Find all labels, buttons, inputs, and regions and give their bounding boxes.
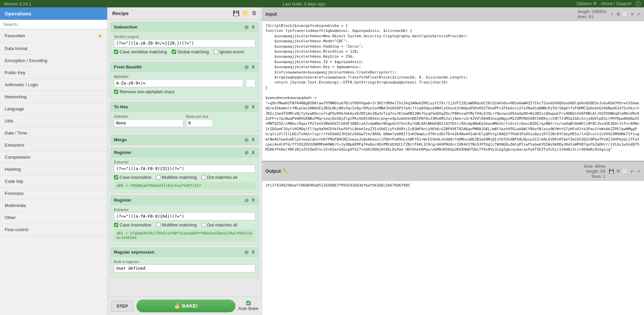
subsection-regex-input[interactable]	[114, 39, 255, 47]
sidebar-item-networking[interactable]: Networking	[0, 91, 107, 103]
search-input[interactable]	[3, 22, 104, 27]
op-from-base64-title: From Base64	[114, 64, 141, 69]
op-register2-pin-icon[interactable]: ◎	[245, 198, 248, 203]
sidebar-item-datetime[interactable]: Date / Time	[0, 127, 107, 139]
op-merge-header: Merge ◎ ⏸	[111, 135, 259, 145]
sidebar-item-arithmetic[interactable]: Arithmetic / Logic	[0, 79, 107, 91]
output-meta: time: 40ms length: 64 lines: 1	[584, 164, 605, 179]
help-icon[interactable]: ?	[635, 1, 641, 6]
input-content[interactable]: [ScriptBlock]$zupcppfvxbxgvwbivbq = { fu…	[262, 21, 644, 161]
about-link[interactable]: About / Support	[601, 1, 631, 6]
op-regex-pause-icon[interactable]: ⏸	[251, 250, 255, 255]
register2-extractor-input[interactable]	[114, 212, 255, 220]
input-expand-icon[interactable]: ⤢	[637, 12, 641, 17]
op-subsection: Subsection ◎ ⏸ Section (regex) Case	[110, 22, 259, 59]
input-copy-icon[interactable]: ⧉	[617, 11, 620, 17]
op-base64-pause-icon[interactable]: ⏸	[251, 64, 255, 69]
search-box[interactable]	[0, 20, 107, 29]
bake-bar: STEP 🎂 BAKE! Auto Bake	[108, 297, 262, 315]
op-subsection-pause-icon[interactable]: ⏸	[251, 24, 255, 30]
sidebar-item-data-format[interactable]: Data format	[0, 43, 107, 55]
op-hex-pause-icon[interactable]: ⏸	[251, 104, 255, 109]
subsection-case-sensitive-checkbox[interactable]	[114, 50, 118, 54]
op-regex-pin-icon[interactable]: ◎	[245, 250, 248, 255]
output-expand-icon[interactable]: ⤢	[637, 169, 641, 174]
sidebar-item-favourites[interactable]: Favourites ★	[0, 29, 107, 43]
op-subsection-title: Subsection	[114, 24, 137, 30]
op-subsection-pin-icon[interactable]: ◎	[245, 24, 248, 30]
output-popout-icon[interactable]: ⬜	[622, 169, 628, 174]
reg1-dot-all-checkbox[interactable]	[202, 175, 206, 179]
sidebar-item-encryption[interactable]: Encryption / Encoding	[0, 55, 107, 67]
bake-button[interactable]: 🎂 BAKE!	[136, 300, 235, 312]
sidebar-item-utils[interactable]: Utils	[0, 115, 107, 127]
subsection-ignore-errors-label[interactable]: Ignore errors	[214, 49, 244, 54]
reg2-dot-all-checkbox[interactable]	[202, 223, 206, 227]
register1-extractor-input[interactable]	[114, 165, 255, 173]
output-edit-icon[interactable]: ✏️	[283, 169, 288, 174]
op-base64-pin-icon[interactable]: ◎	[245, 64, 248, 69]
open-icon[interactable]: 📁	[242, 10, 249, 16]
op-register1-pin-icon[interactable]: ◎	[245, 150, 248, 155]
main-layout: Operations Favourites ★ Data format Encr…	[0, 7, 644, 315]
reg1-multiline-checkbox[interactable]	[156, 175, 161, 179]
save-icon[interactable]: 💾	[233, 10, 240, 16]
step-button[interactable]: STEP	[111, 301, 134, 312]
op-register1-pause-icon[interactable]: ⏸	[251, 150, 255, 155]
input-close-icon[interactable]: ✕	[631, 12, 634, 17]
reg1-dot-all-label[interactable]: Dot matches all	[202, 175, 238, 180]
op-merge-pause-icon[interactable]: ⏸	[251, 137, 255, 142]
output-undo-icon[interactable]: ↩	[631, 169, 634, 174]
sidebar-item-public-key[interactable]: Public Key	[0, 67, 107, 79]
base64-alphabet-input[interactable]	[114, 79, 243, 87]
op-register2-pause-icon[interactable]: ⏸	[251, 198, 255, 203]
sidebar-item-forensics[interactable]: Forensics	[0, 188, 107, 200]
subsection-checkboxes: Case sensitive matching Global matching …	[114, 49, 255, 54]
subsection-case-sensitive-label[interactable]: Case sensitive matching	[114, 49, 167, 54]
reg2-case-insensitive-label[interactable]: Case insensitive	[114, 222, 152, 227]
delete-icon[interactable]: 🗑	[252, 10, 257, 16]
sidebar-item-language[interactable]: Language	[0, 103, 107, 115]
sidebar-item-hashing[interactable]: Hashing	[0, 163, 107, 175]
input-popout-icon[interactable]: ⬜	[622, 12, 628, 17]
input-meta: length: 338953 lines: 61	[578, 9, 607, 19]
input-panel: Input length: 338953 lines: 61 ＋ ⧉ ⬜ ✕	[262, 7, 644, 161]
remove-nonalpha-label[interactable]: Remove non-alphabet chars	[114, 89, 174, 94]
to-hex-delimiter-select[interactable]: None	[114, 119, 183, 127]
sidebar-item-other[interactable]: Other	[0, 212, 107, 224]
output-content[interactable]: 2fc374346290aaf1060840a05125d9867f99d192…	[262, 181, 644, 315]
reg1-case-insensitive-checkbox[interactable]	[114, 175, 118, 179]
sidebar-item-multimedia[interactable]: Multimedia	[0, 200, 107, 212]
reg2-dot-all-label[interactable]: Dot matches all	[202, 222, 238, 227]
input-panel-title: Input	[265, 11, 277, 17]
subsection-global-label[interactable]: Global matching	[172, 49, 209, 54]
op-register2: Register ◎ ⏸ Extractor Case insensit	[110, 195, 259, 245]
reg2-case-insensitive-checkbox[interactable]	[114, 223, 118, 227]
reg2-multiline-label[interactable]: Multiline matching	[156, 222, 197, 227]
output-time-value: 40ms	[595, 164, 605, 169]
reg2-multiline-checkbox[interactable]	[156, 223, 161, 227]
reg1-case-insensitive-label[interactable]: Case insensitive	[114, 175, 152, 180]
op-merge-pin-icon[interactable]: ◎	[245, 137, 248, 142]
options-link[interactable]: Options ⚙	[576, 1, 597, 6]
sidebar-item-flow-control[interactable]: Flow control	[0, 224, 107, 236]
input-length-value: 338953	[592, 9, 606, 14]
op-hex-pin-icon[interactable]: ◎	[245, 104, 248, 109]
register2-result: $R1 = 2fa8de96f0c270a5caf40ffe2eab68ff98…	[114, 229, 255, 242]
sidebar-item-extractors[interactable]: Extractors	[0, 139, 107, 151]
sidebar-item-compression[interactable]: Compression	[0, 151, 107, 163]
subsection-global-checkbox[interactable]	[172, 50, 176, 54]
op-to-hex: To Hex ◎ ⏸ Delimiter None	[110, 102, 259, 132]
sidebar-item-code-tidy[interactable]: Code tidy	[0, 175, 107, 188]
to-hex-bytes-input[interactable]	[186, 119, 213, 127]
base64-alphabet-select[interactable]: ▼	[246, 79, 255, 87]
subsection-ignore-errors-checkbox[interactable]	[214, 50, 218, 54]
input-add-icon[interactable]: ＋	[610, 11, 614, 17]
output-save-icon[interactable]: 💾	[609, 169, 614, 174]
output-copy-icon[interactable]: ⧉	[617, 168, 620, 174]
auto-bake-checkbox[interactable]	[246, 301, 251, 305]
remove-nonalpha-checkbox[interactable]	[114, 90, 118, 94]
reg1-multiline-label[interactable]: Multiline matching	[156, 175, 197, 180]
auto-bake-label: Auto Bake	[238, 306, 258, 311]
regex-builtin-select[interactable]: User defined	[114, 264, 255, 272]
